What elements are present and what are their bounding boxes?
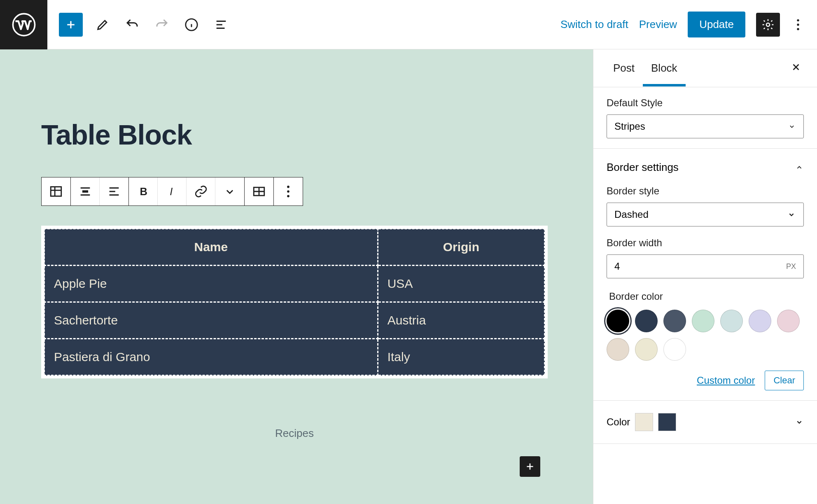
more-block-options-icon[interactable] bbox=[274, 177, 303, 205]
table-block-icon[interactable] bbox=[42, 177, 70, 205]
info-icon[interactable] bbox=[182, 15, 201, 35]
update-button[interactable]: Update bbox=[688, 12, 745, 37]
color-swatch[interactable] bbox=[607, 338, 629, 361]
align-icon[interactable] bbox=[71, 177, 100, 205]
border-width-label: Border width bbox=[607, 237, 804, 249]
svg-rect-7 bbox=[82, 190, 88, 193]
switch-to-draft-button[interactable]: Switch to draft bbox=[560, 18, 628, 31]
bold-icon[interactable]: B bbox=[129, 177, 158, 205]
svg-text:I: I bbox=[170, 186, 173, 197]
svg-point-3 bbox=[797, 19, 799, 21]
default-style-section: Default Style Stripes bbox=[593, 87, 817, 149]
color-swatch[interactable] bbox=[692, 310, 714, 332]
svg-text:B: B bbox=[140, 186, 147, 197]
border-color-label: Border color bbox=[609, 291, 804, 302]
border-settings-section: Border settings Border style Dashed Bord… bbox=[593, 149, 817, 401]
table-block[interactable]: Name Origin Apple PieUSA SachertorteAust… bbox=[41, 226, 548, 378]
table-row[interactable]: SachertorteAustria bbox=[44, 302, 545, 339]
link-icon[interactable] bbox=[187, 177, 215, 205]
color-chip bbox=[658, 413, 676, 431]
svg-point-0 bbox=[13, 14, 35, 35]
svg-point-2 bbox=[766, 23, 770, 26]
color-swatch[interactable] bbox=[635, 338, 658, 361]
block-toolbar: B I bbox=[41, 177, 303, 206]
color-swatch[interactable] bbox=[777, 310, 800, 332]
chevron-down-icon[interactable] bbox=[215, 177, 244, 205]
default-style-label: Default Style bbox=[607, 97, 804, 109]
border-width-input[interactable]: PX bbox=[607, 254, 804, 278]
preview-button[interactable]: Preview bbox=[639, 18, 677, 31]
wordpress-logo[interactable] bbox=[0, 0, 47, 49]
italic-icon[interactable]: I bbox=[158, 177, 187, 205]
editor-canvas: Table Block B I bbox=[0, 49, 593, 504]
settings-gear-icon[interactable] bbox=[756, 13, 780, 37]
table-caption[interactable]: Recipes bbox=[41, 427, 548, 440]
svg-point-4 bbox=[797, 23, 799, 26]
edit-table-icon[interactable] bbox=[245, 177, 273, 205]
color-swatch[interactable] bbox=[635, 310, 658, 332]
text-align-icon[interactable] bbox=[100, 177, 128, 205]
color-swatches bbox=[607, 310, 804, 361]
border-style-label: Border style bbox=[607, 185, 804, 197]
more-options-icon[interactable] bbox=[791, 15, 805, 35]
svg-point-5 bbox=[797, 28, 799, 30]
custom-color-link[interactable]: Custom color bbox=[697, 375, 755, 386]
undo-icon[interactable] bbox=[122, 15, 142, 35]
redo-icon[interactable] bbox=[152, 15, 172, 35]
color-swatch[interactable] bbox=[663, 310, 686, 332]
tab-block[interactable]: Block bbox=[643, 50, 686, 86]
svg-point-12 bbox=[287, 190, 289, 193]
table-header[interactable]: Origin bbox=[378, 229, 544, 266]
table-row[interactable]: Apple PieUSA bbox=[44, 266, 545, 302]
top-toolbar: Switch to draft Preview Update bbox=[0, 0, 817, 49]
close-panel-icon[interactable] bbox=[787, 57, 805, 79]
color-section-toggle[interactable]: Color bbox=[607, 411, 804, 434]
add-block-button[interactable] bbox=[59, 13, 83, 37]
color-swatch[interactable] bbox=[607, 310, 629, 332]
color-chip bbox=[635, 413, 653, 431]
border-style-select[interactable]: Dashed bbox=[607, 203, 804, 226]
settings-sidebar: Post Block Default Style Stripes Border … bbox=[593, 49, 817, 504]
svg-point-11 bbox=[287, 186, 289, 188]
clear-color-button[interactable]: Clear bbox=[765, 371, 804, 390]
svg-point-13 bbox=[287, 195, 289, 198]
add-block-below-button[interactable] bbox=[520, 456, 540, 477]
tab-post[interactable]: Post bbox=[605, 50, 643, 86]
color-swatch[interactable] bbox=[720, 310, 743, 332]
svg-rect-6 bbox=[51, 187, 61, 196]
outline-icon[interactable] bbox=[211, 15, 231, 35]
post-title[interactable]: Table Block bbox=[41, 119, 192, 151]
border-settings-toggle[interactable]: Border settings bbox=[607, 159, 804, 176]
edit-tool-icon[interactable] bbox=[93, 15, 112, 35]
default-style-select[interactable]: Stripes bbox=[607, 114, 804, 138]
table-row[interactable]: Pastiera di GranoItaly bbox=[44, 339, 545, 376]
color-swatch[interactable] bbox=[663, 338, 686, 361]
color-section: Color bbox=[593, 401, 817, 444]
color-swatch[interactable] bbox=[749, 310, 771, 332]
table-header[interactable]: Name bbox=[44, 229, 378, 266]
